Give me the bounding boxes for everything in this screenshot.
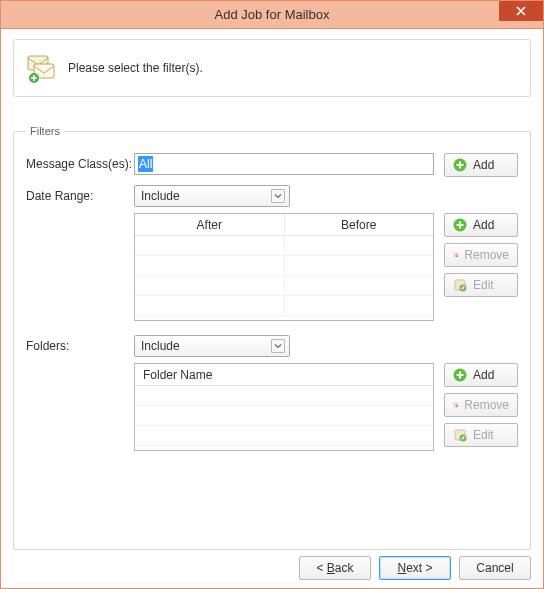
folders-mode-value: Include [141,339,180,353]
message-class-row: Message Class(es): All Add [26,153,518,177]
next-button[interactable]: Next > [379,556,451,580]
message-class-label: Message Class(es): [26,153,134,171]
folders-grid-body [135,386,433,446]
date-range-grid-body [135,236,433,316]
filters-group: Filters Message Class(es): All Add [13,125,531,550]
add-label: Add [473,158,494,172]
date-range-mode-combo[interactable]: Include [134,185,290,207]
chevron-down-icon [271,189,285,203]
plus-icon [453,158,467,172]
dialog-window: Add Job for Mailbox Please select the fi… [0,0,544,589]
remove-icon [453,398,458,412]
date-range-grid-header: After Before [135,214,433,236]
table-row[interactable] [135,406,433,426]
date-range-mode-value: Include [141,189,180,203]
edit-label: Edit [473,278,494,292]
table-row[interactable] [135,276,433,296]
cancel-button[interactable]: Cancel [459,556,531,580]
message-class-input-wrap: All [134,153,434,175]
date-range-add-button[interactable]: Add [444,213,518,237]
add-label: Add [473,368,494,382]
date-range-label: Date Range: [26,185,134,203]
footer-buttons: < Back Next > Cancel [13,550,531,580]
date-range-edit-button[interactable]: Edit [444,273,518,297]
table-row[interactable] [135,386,433,406]
close-button[interactable] [499,1,543,21]
add-label: Add [473,218,494,232]
column-folder-name: Folder Name [135,364,433,385]
table-row[interactable] [135,236,433,256]
folders-mode-combo[interactable]: Include [134,335,290,357]
window-title: Add Job for Mailbox [1,7,543,22]
titlebar: Add Job for Mailbox [1,1,543,29]
remove-label: Remove [464,248,509,262]
date-range-row: Date Range: Include After Before [26,185,518,321]
date-range-remove-button[interactable]: Remove [444,243,518,267]
back-button[interactable]: < Back [299,556,371,580]
date-range-grid[interactable]: After Before [134,213,434,321]
content-area: Please select the filter(s). Filters Mes… [1,29,543,588]
column-before: Before [285,214,434,235]
plus-icon [453,368,467,382]
folders-edit-button[interactable]: Edit [444,423,518,447]
folders-label: Folders: [26,335,134,353]
chevron-down-icon [271,339,285,353]
mailbox-icon [26,52,58,84]
message-class-selection: All [138,156,153,172]
folders-remove-button[interactable]: Remove [444,393,518,417]
svg-rect-13 [456,406,458,407]
edit-label: Edit [473,428,494,442]
folders-row: Folders: Include Folder Name [26,335,518,451]
edit-icon [453,278,467,292]
folders-add-button[interactable]: Add [444,363,518,387]
svg-rect-7 [456,256,458,257]
edit-icon [453,428,467,442]
instruction-text: Please select the filter(s). [68,61,203,75]
filters-legend: Filters [26,125,64,137]
message-class-add-button[interactable]: Add [444,153,518,177]
message-class-input[interactable] [134,153,434,175]
instruction-banner: Please select the filter(s). [13,39,531,97]
table-row[interactable] [135,256,433,276]
column-after: After [135,214,285,235]
table-row[interactable] [135,296,433,316]
folders-grid-header: Folder Name [135,364,433,386]
folders-grid[interactable]: Folder Name [134,363,434,451]
plus-icon [453,218,467,232]
close-icon [516,6,526,16]
table-row[interactable] [135,426,433,446]
remove-icon [453,248,458,262]
remove-label: Remove [464,398,509,412]
